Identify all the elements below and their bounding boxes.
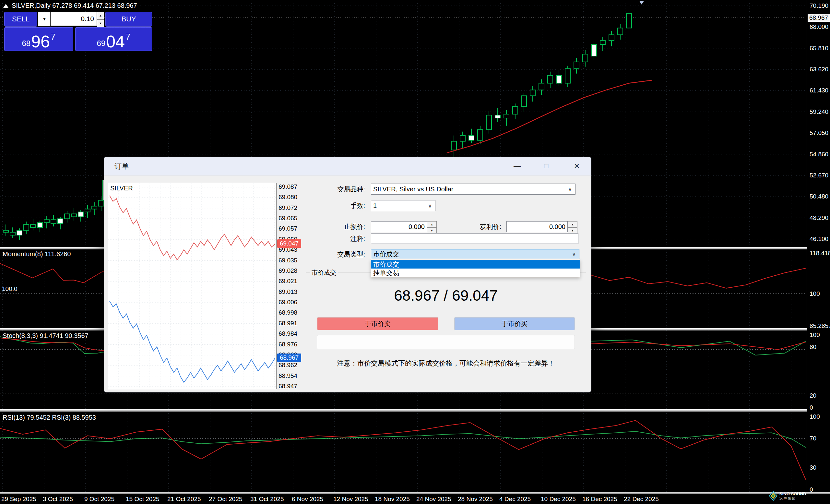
dropdown-option-market[interactable]: 市价成交 — [371, 260, 580, 269]
sell-button[interactable]: SELL — [4, 12, 37, 27]
candle — [85, 209, 90, 212]
volume-dropdown-icon[interactable]: ▼ — [38, 12, 51, 27]
collapse-panel-icon[interactable] — [3, 4, 8, 8]
date-axis[interactable]: 29 Sep 20253 Oct 20259 Oct 202515 Oct 20… — [0, 494, 830, 504]
ordertype-select[interactable]: 市价成交 ∨ — [371, 249, 579, 259]
buy-price-small: 69 — [97, 39, 105, 48]
candle — [539, 83, 544, 90]
dropdown-option-pending[interactable]: 挂单交易 — [371, 269, 580, 277]
price-axis-label: 48.290 — [809, 214, 828, 222]
price-axis-label: 50.480 — [809, 193, 828, 200]
candle — [521, 96, 526, 106]
candle — [556, 75, 562, 83]
groupbox-label: 市价成交 — [310, 269, 338, 277]
order-result-box — [317, 335, 575, 349]
indicator-axis-label: 30 — [809, 464, 817, 471]
tick-scale-label: 69.013 — [279, 288, 306, 295]
volume-up-icon[interactable]: ▲ — [97, 12, 104, 20]
tick-scale-label: 69.006 — [279, 299, 306, 306]
ask-price-badge: 69.047 — [277, 239, 301, 248]
date-axis-label: 29 Sep 2025 — [1, 496, 36, 503]
date-axis-label: 10 Dec 2025 — [541, 496, 576, 503]
comment-field-label: 注释: — [300, 234, 365, 243]
volume-field-label: 手数: — [300, 201, 365, 210]
takeprofit-stepper[interactable]: ▲ ▼ — [568, 221, 577, 232]
lots-select[interactable]: 1 ∨ — [371, 200, 436, 211]
pane-separator[interactable] — [0, 409, 830, 412]
minimize-icon[interactable]: — — [509, 160, 525, 172]
date-axis-label: 27 Oct 2025 — [209, 496, 243, 503]
price-axis-label: 46.100 — [809, 235, 828, 243]
candle — [460, 135, 465, 141]
close-icon[interactable]: × — [568, 160, 585, 172]
buy-at-market-button[interactable]: 于市价买 — [454, 317, 575, 330]
sell-price-sup: 7 — [51, 32, 56, 42]
candle — [3, 230, 8, 232]
indicator-axis-label: 0 — [809, 486, 813, 493]
price-axis-label: 65.810 — [809, 45, 828, 52]
date-axis-label: 15 Oct 2025 — [126, 496, 160, 503]
takeprofit-down-icon[interactable]: ▼ — [568, 227, 577, 233]
price-axis-label: 61.430 — [809, 87, 828, 94]
candle — [530, 90, 535, 96]
chevron-down-icon[interactable]: ∨ — [428, 203, 432, 209]
order-dialog: 订单 — □ × SILVER 69.08769.08069.07269.065… — [104, 157, 592, 392]
date-axis-label: 16 Dec 2025 — [582, 496, 617, 503]
tick-scale-label: 69.065 — [279, 215, 306, 222]
buy-price-display[interactable]: 69 04 7 — [75, 27, 152, 51]
momentum-level-label: 100.0 — [2, 285, 18, 292]
indicator-axis-label: 70 — [809, 435, 817, 442]
chevron-down-icon[interactable]: ∨ — [568, 186, 572, 192]
broker-logo-icon — [769, 491, 777, 501]
stoploss-up-icon[interactable]: ▲ — [427, 221, 437, 227]
date-axis-label: 3 Oct 2025 — [43, 496, 73, 503]
broker-logo-subtext: 汉声集团 — [779, 497, 806, 500]
price-marker-icon — [639, 1, 644, 4]
candle — [618, 28, 623, 35]
indicator-axis-label: 100 — [809, 290, 820, 297]
sell-price-display[interactable]: 68 96 7 — [4, 27, 73, 51]
stoploss-down-icon[interactable]: ▼ — [427, 227, 437, 233]
indicator-axis-label: 20 — [809, 392, 817, 399]
takeprofit-field-label: 获利价: — [437, 222, 501, 231]
symbol-field-label: 交易品种: — [300, 185, 365, 194]
stoploss-input[interactable]: 0.000 — [371, 221, 427, 232]
candle — [565, 69, 570, 83]
date-axis-label: 21 Oct 2025 — [167, 496, 201, 503]
symbol-select[interactable]: SILVER, Silver vs US Dollar ∨ — [371, 184, 575, 195]
stoploss-stepper[interactable]: ▲ ▼ — [427, 221, 437, 232]
buy-price-big: 04 — [106, 33, 125, 50]
candle — [609, 35, 614, 40]
candle — [627, 13, 632, 28]
tick-chart: SILVER — [108, 183, 277, 389]
candle — [71, 214, 76, 217]
candle — [495, 115, 500, 118]
candle — [478, 130, 483, 140]
ordertype-field-label: 交易类型: — [300, 250, 365, 259]
candle — [78, 212, 83, 217]
indicator-axis-label: 118.4183 — [809, 250, 830, 257]
stoploss-value: 0.000 — [409, 223, 425, 230]
buy-price-sup: 7 — [125, 32, 131, 42]
candle — [51, 220, 56, 223]
candle — [92, 206, 97, 209]
takeprofit-up-icon[interactable]: ▲ — [568, 221, 577, 227]
buy-button[interactable]: BUY — [105, 12, 152, 27]
momentum-label: Momentum(8) 111.6260 — [3, 250, 71, 258]
volume-input[interactable]: 0.10 — [50, 12, 97, 26]
tick-scale-label: 69.021 — [279, 278, 306, 285]
comment-input[interactable] — [371, 233, 578, 244]
volume-stepper[interactable]: ▲ ▼ — [97, 12, 104, 26]
volume-down-icon[interactable]: ▼ — [97, 20, 104, 27]
maximize-icon[interactable]: □ — [538, 160, 555, 172]
tick-scale-label: 69.080 — [279, 194, 306, 201]
candle — [592, 44, 597, 56]
indicator-axis-label: 85.2857 — [809, 322, 830, 329]
tick-chart-canvas — [108, 183, 276, 389]
candle — [99, 200, 104, 206]
ordertype-dropdown: 市价成交 挂单交易 — [371, 260, 580, 277]
chevron-down-icon[interactable]: ∨ — [572, 251, 576, 257]
takeprofit-input[interactable]: 0.000 — [506, 221, 568, 232]
price-axis[interactable]: 70.19068.00065.81063.62061.43059.24057.0… — [807, 0, 830, 492]
sell-at-market-button[interactable]: 于市价卖 — [317, 317, 438, 330]
